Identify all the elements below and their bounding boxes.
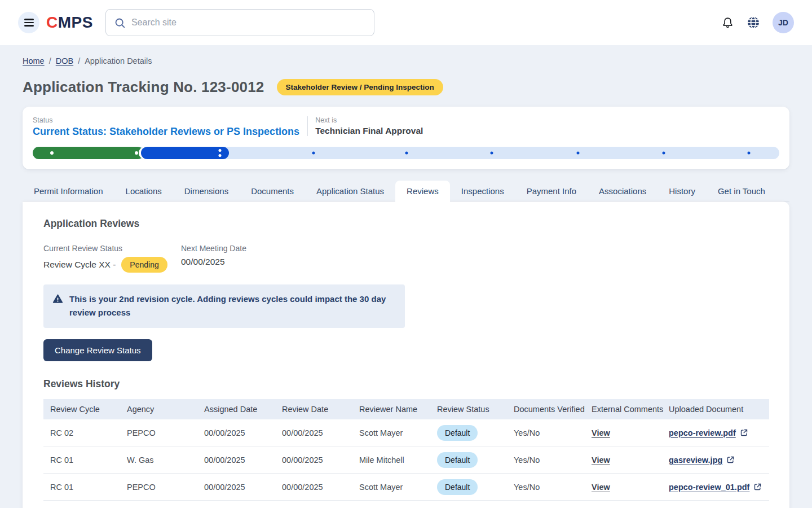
application-status-badge: Stakeholder Review / Pending Inspection <box>277 79 443 95</box>
progress-step-dot <box>135 151 138 155</box>
cell-assigned: 00/00/2025 <box>204 483 282 492</box>
external-link-icon[interactable] <box>726 456 735 464</box>
external-link-icon[interactable] <box>753 483 762 491</box>
breadcrumb-dob-link[interactable]: DOB <box>56 56 73 65</box>
cell-review-status: Default <box>437 452 514 468</box>
uploaded-document-link[interactable]: gasreview.jpg <box>669 456 722 465</box>
menu-icon[interactable] <box>18 12 39 33</box>
progress-current-marker <box>219 149 222 157</box>
current-review-status-field: Current Review Status Review Cycle XX - … <box>43 244 181 273</box>
cell-external-comments: View <box>592 456 669 465</box>
progress-step-dot <box>491 152 493 155</box>
tab-associations[interactable]: Associations <box>588 181 657 201</box>
cell-reviewed: 00/00/2025 <box>282 483 359 492</box>
progress-step-dot <box>662 152 665 155</box>
tab-inspections[interactable]: Inspections <box>450 181 515 201</box>
cell-agency: W. Gas <box>127 456 204 465</box>
cell-review-status: Default <box>437 479 514 495</box>
section-title-application-reviews: Application Reviews <box>43 218 769 230</box>
cell-cycle: RC 01 <box>50 456 127 465</box>
column-header: Reviewer Name <box>359 405 437 414</box>
cell-external-comments: View <box>592 483 669 492</box>
cell-reviewer: Scott Mayer <box>359 428 437 437</box>
uploaded-document-link[interactable]: pepco-review.pdf <box>669 428 736 437</box>
cell-agency: PEPCO <box>127 483 204 492</box>
logo-rest: MPS <box>58 14 93 31</box>
next-meeting-date-value: 00/00/2025 <box>181 257 225 267</box>
reviews-panel: Application Reviews Current Review Statu… <box>23 202 789 508</box>
next-status-text: Technician Final Approval <box>315 126 423 136</box>
cell-agency: PEPCO <box>127 428 204 437</box>
breadcrumb-current: Application Details <box>85 56 152 65</box>
breadcrumb: Home / DOB / Application Details <box>23 56 789 65</box>
external-link-icon[interactable] <box>740 428 748 437</box>
column-header: Agency <box>127 405 204 414</box>
tab-get-in-touch[interactable]: Get in Touch <box>707 181 776 201</box>
progress-step-dot <box>747 152 750 155</box>
cell-reviewer: Mile Mitchell <box>359 456 437 465</box>
cell-documents-verified: Yes/No <box>514 428 592 437</box>
table-row: RC 01W. Gas00/00/202500/00/2025Mile Mitc… <box>43 446 769 474</box>
uploaded-document-link[interactable]: pepco-review_01.pdf <box>669 483 749 492</box>
tab-dimensions[interactable]: Dimensions <box>173 181 240 201</box>
title-row: Application Tracking No. 123-0012 Stakeh… <box>23 78 789 96</box>
breadcrumb-home-link[interactable]: Home <box>23 56 45 65</box>
header-actions: JD <box>721 12 794 33</box>
tab-bar: Permit InformationLocationsDimensionsDoc… <box>23 181 789 202</box>
view-comments-link[interactable]: View <box>592 428 610 437</box>
cell-cycle: RC 02 <box>50 428 127 437</box>
current-status-text: Current Status: Stakeholder Reviews or P… <box>33 126 299 138</box>
cell-cycle: RC 01 <box>50 483 127 492</box>
cell-reviewer: Scott Mayer <box>359 483 437 492</box>
current-review-status-value: Review Cycle XX - <box>43 260 116 270</box>
top-header: CMPS JD <box>0 0 812 45</box>
change-review-status-button[interactable]: Change Review Status <box>43 339 152 361</box>
tab-payment-info[interactable]: Payment Info <box>515 181 588 201</box>
progress-step-dot <box>50 151 54 155</box>
tab-locations[interactable]: Locations <box>114 181 173 201</box>
user-avatar[interactable]: JD <box>773 12 794 33</box>
breadcrumb-separator: / <box>49 56 51 65</box>
cell-assigned: 00/00/2025 <box>204 428 282 437</box>
search-icon <box>114 17 126 29</box>
next-meeting-date-field: Next Meeting Date 00/00/2025 <box>181 244 319 273</box>
tab-application-status[interactable]: Application Status <box>305 181 395 201</box>
cell-documents-verified: Yes/No <box>514 483 592 492</box>
status-card: Status Current Status: Stakeholder Revie… <box>23 107 789 169</box>
table-row: RC 02PEPCO00/00/202500/00/2025Scott Maye… <box>43 419 769 446</box>
site-search[interactable] <box>105 9 374 36</box>
review-status-badge: Default <box>437 452 478 468</box>
review-status-badge: Default <box>437 479 478 495</box>
progress-active-segment <box>141 147 229 159</box>
page-body: Home / DOB / Application Details Applica… <box>0 45 812 508</box>
notifications-bell-icon[interactable] <box>721 16 734 29</box>
warning-icon <box>52 292 63 304</box>
view-comments-link[interactable]: View <box>592 456 610 465</box>
column-header: Uploaded Document <box>669 405 769 414</box>
tab-permit-information[interactable]: Permit Information <box>23 181 114 201</box>
cell-review-status: Default <box>437 425 514 441</box>
column-header: Assigned Date <box>204 405 282 414</box>
section-title-reviews-history: Reviews History <box>43 378 769 390</box>
cell-external-comments: View <box>592 428 669 437</box>
table-row: RC 01PEPCO00/00/202500/00/2025Scott Maye… <box>43 474 769 501</box>
cell-assigned: 00/00/2025 <box>204 456 282 465</box>
tab-history[interactable]: History <box>657 181 707 201</box>
pending-badge: Pending <box>121 257 167 273</box>
next-is-label: Next is <box>315 116 423 124</box>
column-header: Review Status <box>437 405 514 414</box>
search-input[interactable] <box>131 17 366 28</box>
status-label: Status <box>33 116 299 124</box>
cell-uploaded-document: pepco-review_01.pdf <box>669 483 769 492</box>
tab-documents[interactable]: Documents <box>240 181 305 201</box>
cell-reviewed: 00/00/2025 <box>282 456 359 465</box>
progress-step-dot <box>405 152 408 155</box>
revision-cycle-warning: This is your 2nd revision cycle. Adding … <box>43 284 405 328</box>
next-meeting-date-label: Next Meeting Date <box>181 244 319 253</box>
column-header: Review Date <box>282 405 359 414</box>
tab-reviews[interactable]: Reviews <box>395 181 450 202</box>
language-globe-icon[interactable] <box>747 16 760 29</box>
logo-letter: C <box>46 14 58 31</box>
warning-text: This is your 2nd revision cycle. Adding … <box>69 292 395 319</box>
view-comments-link[interactable]: View <box>592 483 610 492</box>
